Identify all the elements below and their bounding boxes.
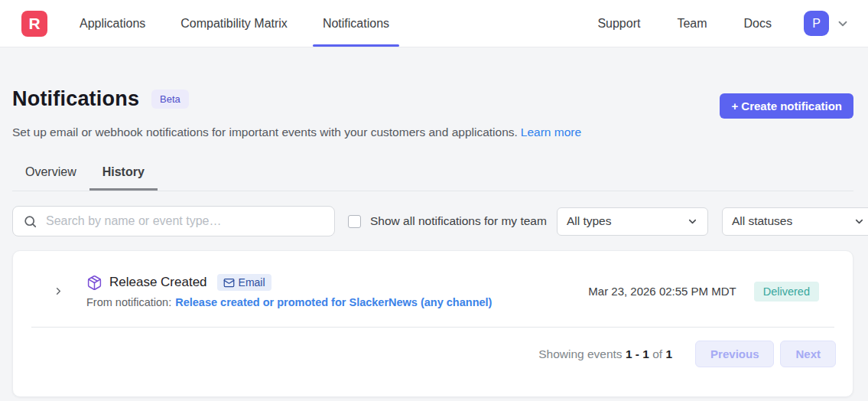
nav-item-team[interactable]: Team xyxy=(658,0,725,47)
type-filter-select[interactable]: All types xyxy=(557,207,708,236)
status-filter-value: All statuses xyxy=(732,214,792,228)
description-text: Set up email or webhook notifications fo… xyxy=(12,126,518,139)
secondary-nav: Support Team Docs P xyxy=(579,0,850,47)
nav-item-compatibility-matrix[interactable]: Compatibility Matrix xyxy=(163,0,305,47)
chevron-right-icon xyxy=(53,285,64,297)
page-title: Notifications xyxy=(12,87,139,111)
status-filter-select[interactable]: All statuses xyxy=(722,207,868,236)
expand-row-button[interactable] xyxy=(51,284,66,298)
events-card: Release Created Email From notification:… xyxy=(12,250,853,397)
channel-badge: Email xyxy=(217,274,271,291)
event-source-line: From notification:Release created or pro… xyxy=(86,296,588,308)
events-range: 1 - 1 xyxy=(626,347,649,360)
top-navbar: R Applications Compatibility Matrix Noti… xyxy=(0,0,868,47)
event-details: Release Created Email From notification:… xyxy=(86,274,588,308)
avatar[interactable]: P xyxy=(804,11,829,36)
logo-letter: R xyxy=(28,15,40,33)
tab-history[interactable]: History xyxy=(89,158,158,191)
search-box[interactable] xyxy=(12,206,335,236)
app-logo[interactable]: R xyxy=(21,11,47,37)
nav-item-applications[interactable]: Applications xyxy=(62,0,163,47)
create-notification-button[interactable]: + Create notification xyxy=(720,93,853,119)
event-row: Release Created Email From notification:… xyxy=(13,251,853,327)
tab-overview[interactable]: Overview xyxy=(12,158,89,191)
notification-link[interactable]: Release created or promoted for SlackerN… xyxy=(175,296,492,308)
chevron-down-icon xyxy=(853,216,865,227)
team-filter: Show all notifications for my team xyxy=(348,214,547,228)
type-filter-value: All types xyxy=(567,214,612,228)
chevron-down-icon xyxy=(687,216,698,227)
tab-bar: Overview History xyxy=(12,158,853,191)
next-page-button[interactable]: Next xyxy=(780,341,836,367)
email-icon xyxy=(223,277,235,289)
events-total: 1 xyxy=(665,347,672,360)
event-title: Release Created xyxy=(109,275,207,290)
package-icon xyxy=(86,275,102,291)
page-description: Set up email or webhook notifications fo… xyxy=(12,126,853,139)
nav-item-docs[interactable]: Docs xyxy=(726,0,790,47)
event-timestamp: Mar 23, 2026 02:55 PM MDT xyxy=(588,285,736,298)
from-notification-label: From notification: xyxy=(86,296,171,308)
show-team-checkbox-label[interactable]: Show all notifications for my team xyxy=(370,214,547,228)
pagination: Showing events 1 - 1 of 1 Previous Next xyxy=(13,328,853,396)
nav-item-support[interactable]: Support xyxy=(579,0,658,47)
avatar-initial: P xyxy=(812,17,821,31)
search-input[interactable] xyxy=(46,214,324,228)
chevron-down-icon[interactable] xyxy=(836,17,850,31)
search-icon xyxy=(23,214,37,229)
nav-item-notifications[interactable]: Notifications xyxy=(305,0,407,47)
beta-badge: Beta xyxy=(151,90,189,109)
filter-bar: Show all notifications for my team All t… xyxy=(12,206,853,236)
show-team-checkbox[interactable] xyxy=(348,215,361,228)
status-badge: Delivered xyxy=(754,282,819,302)
previous-page-button[interactable]: Previous xyxy=(695,341,774,367)
primary-nav: Applications Compatibility Matrix Notifi… xyxy=(62,0,407,47)
learn-more-link[interactable]: Learn more xyxy=(521,126,581,139)
showing-events-text: Showing events 1 - 1 of 1 xyxy=(538,347,672,361)
channel-badge-label: Email xyxy=(239,276,265,289)
main-content: Notifications Beta + Create notification… xyxy=(0,80,868,397)
page-header: Notifications Beta + Create notification xyxy=(12,80,853,119)
